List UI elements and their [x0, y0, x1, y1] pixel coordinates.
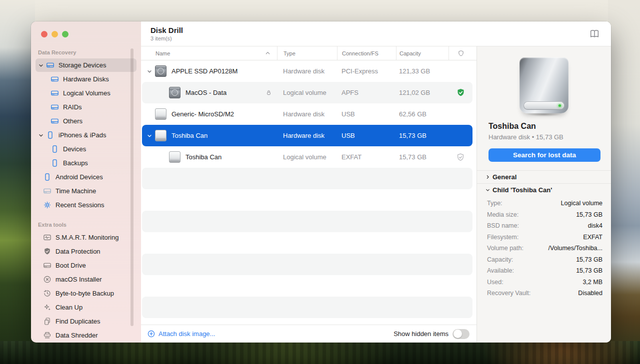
sidebar-item-data-shredder[interactable]: Data Shredder — [36, 329, 136, 342]
device-type: Logical volume — [277, 89, 337, 96]
empty-row — [142, 189, 472, 211]
sidebar-item-label: Time Machine — [56, 187, 96, 195]
sidebar-item-devices[interactable]: Devices — [36, 142, 136, 156]
sidebar-item-hardware-disks[interactable]: Hardware Disks — [36, 72, 136, 86]
chevron-down-icon[interactable] — [144, 133, 155, 139]
sidebar-item-android-devices[interactable]: Android Devices — [36, 170, 136, 184]
sidebar-item-label: Clean Up — [56, 304, 82, 311]
sidebar-item-find-duplicates[interactable]: Find Duplicates — [36, 315, 136, 328]
window-controls — [31, 31, 141, 37]
column-header-name[interactable]: Name — [142, 46, 277, 60]
device-type: Hardware disk — [277, 132, 337, 139]
inspector-panel: Toshiba Can Hardware disk • 15,73 GB Sea… — [476, 46, 611, 343]
device-capacity: 15,73 GB — [396, 132, 448, 139]
desktop-wallpaper-right — [608, 0, 640, 364]
item-count: 3 item(s) — [150, 35, 183, 41]
chevron-down-icon[interactable] — [144, 68, 155, 74]
sidebar-item-smart-monitoring[interactable]: S.M.A.R.T. Monitoring — [36, 231, 136, 244]
device-connection: USB — [337, 110, 396, 118]
sidebar-item-boot-drive[interactable]: Boot Drive — [36, 259, 136, 272]
device-details: Type:Logical volume Media size:15,73 GB … — [477, 196, 611, 299]
sort-ascending-icon[interactable] — [264, 50, 271, 56]
sidebar-item-logical-volumes[interactable]: Logical Volumes — [36, 86, 136, 100]
selected-device-title: Toshiba Can — [488, 122, 611, 131]
table-row-toshiba-can-volume[interactable]: Toshiba Can Logical volume EXFAT 15,73 G… — [142, 146, 472, 168]
sidebar-item-iphones-ipads[interactable]: iPhones & iPads — [36, 128, 136, 142]
show-hidden-toggle[interactable] — [452, 329, 470, 339]
device-name: APPLE SSD AP0128M — [172, 67, 238, 75]
close-button[interactable] — [41, 31, 48, 37]
device-name: MacOS - Data — [186, 89, 226, 96]
section-child-toshiba-can[interactable]: Child 'Toshiba Can' — [477, 183, 611, 196]
phone-icon — [46, 131, 54, 139]
external-drive-icon — [155, 108, 166, 120]
phone-icon — [50, 145, 59, 153]
search-for-lost-data-button[interactable]: Search for lost data — [488, 148, 600, 162]
sidebar-item-label: iPhones & iPads — [58, 131, 106, 139]
column-header-protection[interactable] — [448, 46, 472, 60]
section-general[interactable]: General — [477, 170, 611, 183]
column-header-type[interactable]: Type — [277, 46, 337, 60]
phone-icon — [50, 159, 59, 167]
table-row-macos-data[interactable]: MacOS - Data Logical volume APFS 121,02 … — [142, 82, 472, 103]
user-guide-book-icon[interactable] — [589, 28, 600, 39]
disk-drill-window: Data Recovery Storage Devices Hardware D… — [31, 21, 611, 343]
sidebar-scrollbar[interactable] — [130, 48, 134, 326]
green-check-shield-icon — [456, 88, 466, 97]
column-header-capacity[interactable]: Capacity — [396, 46, 448, 60]
sidebar-item-macos-installer[interactable]: macOS Installer — [36, 273, 136, 286]
sidebar-item-clean-up[interactable]: Clean Up — [36, 301, 136, 314]
column-header-connection[interactable]: Connection/FS — [337, 46, 396, 60]
shield-check-icon — [43, 247, 52, 256]
device-capacity: 62,56 GB — [396, 110, 448, 118]
empty-row — [142, 254, 472, 275]
chevron-down-icon[interactable] — [36, 132, 46, 138]
table-row-toshiba-can-selected[interactable]: Toshiba Can Hardware disk USB 15,73 GB — [142, 125, 472, 146]
sidebar-item-others[interactable]: Others — [36, 114, 136, 128]
empty-row — [142, 275, 472, 297]
sidebar-item-storage-devices[interactable]: Storage Devices — [36, 58, 136, 72]
drive-icon — [50, 117, 59, 125]
table-row-generic-microsd[interactable]: Generic- MicroSD/M2 Hardware disk USB 62… — [142, 103, 472, 125]
external-drive-image — [516, 57, 572, 117]
detail-row-bsd-name: BSD name:disk4 — [487, 220, 602, 232]
sidebar-item-time-machine[interactable]: Time Machine — [36, 184, 136, 198]
section-title-data-recovery: Data Recovery — [31, 49, 141, 55]
sidebar-item-label: macOS Installer — [56, 276, 102, 283]
zoom-button[interactable] — [62, 31, 68, 37]
detail-row-media-size: Media size:15,73 GB — [487, 209, 602, 221]
empty-row — [142, 297, 472, 318]
detail-row-recovery-vault: Recovery Vault:Disabled — [487, 288, 602, 299]
sidebar-item-label: Others — [63, 117, 82, 125]
device-type: Hardware disk — [277, 110, 337, 118]
lock-icon — [266, 89, 272, 96]
monitor-icon — [43, 233, 52, 242]
plus-circle-icon — [147, 330, 156, 338]
device-capacity: 15,73 GB — [396, 153, 448, 161]
empty-row — [142, 211, 472, 232]
table-header: Name Type Connection/FS Capacity — [141, 46, 476, 60]
table-row-apple-ssd[interactable]: APPLE SSD AP0128M Hardware disk PCI-Expr… — [142, 60, 472, 82]
drive-icon — [46, 61, 54, 69]
detail-row-used: Used:3,2 MB — [487, 277, 602, 288]
sidebar-item-byte-to-byte-backup[interactable]: Byte-to-byte Backup — [36, 287, 136, 300]
external-volume-icon — [169, 151, 180, 163]
sidebar-item-label: S.M.A.R.T. Monitoring — [56, 234, 118, 241]
detail-row-filesystem: Filesystem:EXFAT — [487, 232, 602, 243]
empty-row — [142, 232, 472, 254]
minimize-button[interactable] — [52, 31, 58, 37]
sidebar-item-label: Devices — [63, 145, 86, 153]
drive-icon — [43, 261, 52, 270]
sidebar-item-recent-sessions[interactable]: Recent Sessions — [36, 198, 136, 212]
drive-icon — [50, 103, 59, 111]
detail-row-available: Available:15,73 GB — [487, 265, 602, 277]
chevron-right-icon — [484, 174, 491, 180]
sidebar-item-data-protection[interactable]: Data Protection — [36, 245, 136, 258]
chevron-down-icon[interactable] — [36, 62, 46, 68]
sidebar-item-raids[interactable]: RAIDs — [36, 100, 136, 114]
attach-disk-image-button[interactable]: Attach disk image... — [147, 330, 215, 338]
sidebar-item-label: Find Duplicates — [56, 318, 100, 325]
device-table: Name Type Connection/FS Capacity — [141, 46, 476, 343]
sidebar-item-backups[interactable]: Backups — [36, 156, 136, 170]
sidebar-item-label: Boot Drive — [56, 262, 86, 269]
